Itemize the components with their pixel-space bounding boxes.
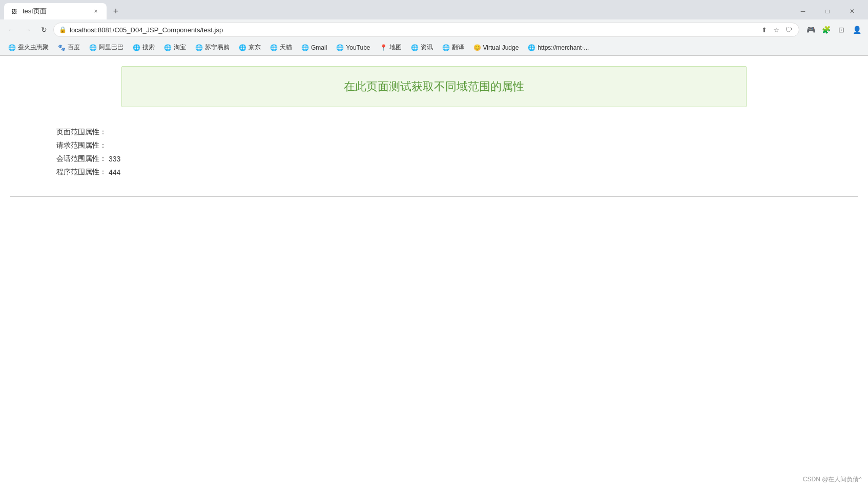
bookmark-icon-2: 🌐 xyxy=(89,44,97,51)
watermark: CSDN @在人间负债^ xyxy=(803,475,862,484)
bookmark-item-4[interactable]: 🌐淘宝 xyxy=(160,42,190,53)
maximize-button[interactable]: □ xyxy=(816,3,839,19)
attr-label-3: 程序范围属性： xyxy=(56,168,107,177)
bookmark-icon-10: 📍 xyxy=(380,44,387,51)
tab-close-button[interactable]: × xyxy=(91,7,100,16)
bookmark-label-12: 翻译 xyxy=(452,43,464,52)
bookmark-item-6[interactable]: 🌐京东 xyxy=(235,42,265,53)
bookmark-icon-5: 🌐 xyxy=(195,44,203,51)
bookmark-item-8[interactable]: 🌐Gmail xyxy=(297,43,331,52)
bookmark-item-10[interactable]: 📍地图 xyxy=(376,42,406,53)
reload-button[interactable]: ↻ xyxy=(37,23,51,37)
bookmarks-bar: 🌐蚕火虫惠聚🐾百度🌐阿里巴巴🌐搜索🌐淘宝🌐苏宁易购🌐京东🌐天猫🌐Gmail🌐Yo… xyxy=(0,40,868,55)
navigation-bar: ← → ↻ 🔒 localhost:8081/C05_D04_JSP_Compo… xyxy=(0,19,868,40)
bookmark-item-2[interactable]: 🌐阿里巴巴 xyxy=(85,42,128,53)
ext-icon-2[interactable]: 🧩 xyxy=(819,23,833,37)
bookmark-item-5[interactable]: 🌐苏宁易购 xyxy=(191,42,234,53)
bookmark-label-3: 搜索 xyxy=(142,43,155,52)
address-bar[interactable]: 🔒 localhost:8081/C05_D04_JSP_Components/… xyxy=(53,23,799,37)
bookmark-icon-7: 🌐 xyxy=(270,44,278,51)
page-header-title: 在此页面测试获取不同域范围的属性 xyxy=(344,80,524,93)
attr-value-2: 333 xyxy=(109,155,120,163)
bookmark-icon-0: 🌐 xyxy=(8,44,16,51)
bookmark-icon-12: 🌐 xyxy=(442,44,450,51)
bookmark-item-9[interactable]: 🌐YouTube xyxy=(332,43,374,52)
back-button[interactable]: ← xyxy=(4,23,18,37)
bookmark-label-10: 地图 xyxy=(389,43,402,52)
bookmark-item-7[interactable]: 🌐天猫 xyxy=(266,42,296,53)
user-profile-icon[interactable]: 👤 xyxy=(850,23,864,37)
toolbar-icons: 🎮 🧩 ⊡ 👤 xyxy=(803,23,864,37)
split-view-icon[interactable]: ⊡ xyxy=(834,23,849,37)
bookmark-icon-11: 🌐 xyxy=(411,44,419,51)
minimize-button[interactable]: ─ xyxy=(791,3,815,19)
bookmark-icon-8: 🌐 xyxy=(301,44,309,51)
close-window-button[interactable]: ✕ xyxy=(840,3,864,19)
bookmark-item-3[interactable]: 🌐搜索 xyxy=(129,42,159,53)
title-bar: 🖼 test页面 × + ─ □ ✕ xyxy=(0,0,868,19)
address-text: localhost:8081/C05_D04_JSP_Components/te… xyxy=(70,26,756,34)
bookmark-icon-13: 😊 xyxy=(473,44,481,51)
attr-line-0: 页面范围属性： xyxy=(56,128,848,137)
browser-chrome: 🖼 test页面 × + ─ □ ✕ ← → ↻ 🔒 localhost:808… xyxy=(0,0,868,56)
bookmark-icon-3: 🌐 xyxy=(133,44,140,51)
attr-value-3: 444 xyxy=(109,168,120,176)
shield-icon[interactable]: 🛡 xyxy=(783,25,794,35)
forward-button[interactable]: → xyxy=(20,23,35,37)
bookmark-item-12[interactable]: 🌐翻译 xyxy=(438,42,468,53)
bookmark-label-11: 资讯 xyxy=(421,43,433,52)
bookmark-icon-9: 🌐 xyxy=(336,44,344,51)
bookmark-icon-1: 🐾 xyxy=(58,44,66,51)
bookmark-label-0: 蚕火虫惠聚 xyxy=(18,43,49,52)
attr-label-1: 请求范围属性： xyxy=(56,141,107,150)
bookmark-label-14: https://merchant-... xyxy=(538,44,589,51)
bookmark-label-1: 百度 xyxy=(68,43,80,52)
bookmark-item-11[interactable]: 🌐资讯 xyxy=(407,42,437,53)
page-header-banner: 在此页面测试获取不同域范围的属性 xyxy=(121,66,747,107)
bookmark-label-8: Gmail xyxy=(311,44,327,51)
attr-line-3: 程序范围属性：444 xyxy=(56,168,848,177)
bookmark-label-7: 天猫 xyxy=(280,43,292,52)
attr-label-0: 页面范围属性： xyxy=(56,128,107,137)
page-content: 在此页面测试获取不同域范围的属性 页面范围属性：请求范围属性：会话范围属性：33… xyxy=(0,56,868,489)
window-controls: ─ □ ✕ xyxy=(791,3,864,19)
attr-line-2: 会话范围属性：333 xyxy=(56,154,848,164)
tab-favicon-icon: 🖼 xyxy=(10,7,18,15)
browser-tab[interactable]: 🖼 test页面 × xyxy=(4,3,107,19)
page-divider xyxy=(10,196,858,197)
bookmark-label-5: 苏宁易购 xyxy=(205,43,230,52)
bookmark-label-9: YouTube xyxy=(346,44,370,51)
bookmark-item-0[interactable]: 🌐蚕火虫惠聚 xyxy=(4,42,53,53)
bookmark-label-2: 阿里巴巴 xyxy=(99,43,123,52)
ext-icon-1[interactable]: 🎮 xyxy=(803,23,818,37)
bookmark-item-14[interactable]: 🌐https://merchant-... xyxy=(524,43,593,52)
bookmark-label-6: 京东 xyxy=(249,43,261,52)
address-secure-icon: 🔒 xyxy=(59,26,67,33)
attr-label-2: 会话范围属性： xyxy=(56,154,107,164)
bookmark-item-13[interactable]: 😊Virtual Judge xyxy=(469,43,523,52)
content-body: 页面范围属性：请求范围属性：会话范围属性：333程序范围属性：444 xyxy=(10,123,858,186)
share-icon[interactable]: ⬆ xyxy=(759,25,769,35)
bookmark-star-icon[interactable]: ☆ xyxy=(771,25,781,35)
bookmark-label-4: 淘宝 xyxy=(174,43,186,52)
bookmark-icon-6: 🌐 xyxy=(239,44,246,51)
bookmark-item-1[interactable]: 🐾百度 xyxy=(54,42,84,53)
attr-line-1: 请求范围属性： xyxy=(56,141,848,150)
address-bar-icons: ⬆ ☆ 🛡 xyxy=(759,25,794,35)
new-tab-button[interactable]: + xyxy=(109,4,123,18)
bookmark-icon-14: 🌐 xyxy=(528,44,535,51)
bookmark-label-13: Virtual Judge xyxy=(483,44,519,51)
tab-title: test页面 xyxy=(23,7,87,16)
bookmark-icon-4: 🌐 xyxy=(164,44,172,51)
